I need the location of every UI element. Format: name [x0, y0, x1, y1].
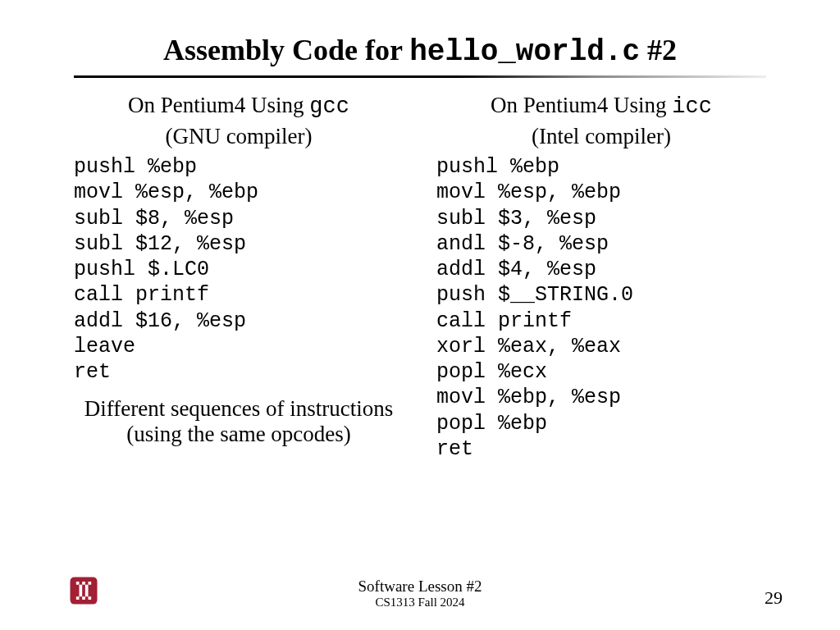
slide-title: Assembly Code for hello_world.c #2: [74, 33, 766, 69]
right-heading-prefix: On Pentium4 Using: [491, 93, 672, 117]
right-heading-compiler: icc: [672, 94, 712, 119]
right-code-block: pushl %ebp movl %esp, %ebp subl $3, %esp…: [436, 154, 766, 462]
left-code-block: pushl %ebp movl %esp, %ebp subl $8, %esp…: [74, 154, 404, 385]
footer-course: CS1313 Fall 2024: [358, 596, 482, 609]
left-heading: On Pentium4 Using gcc: [74, 93, 404, 119]
left-heading-prefix: On Pentium4 Using: [128, 93, 309, 117]
ou-logo-icon: [66, 573, 102, 609]
footer-lesson: Software Lesson #2: [358, 578, 482, 596]
title-filename: hello_world.c: [409, 35, 640, 69]
slide: Assembly Code for hello_world.c #2 On Pe…: [0, 0, 840, 462]
left-column: On Pentium4 Using gcc (GNU compiler) pus…: [74, 93, 404, 462]
left-paren: (GNU compiler): [74, 124, 404, 149]
footer: Software Lesson #2 CS1313 Fall 2024 29: [0, 573, 840, 609]
title-suffix: #2: [640, 34, 677, 66]
footer-center: Software Lesson #2 CS1313 Fall 2024: [358, 578, 482, 609]
right-heading: On Pentium4 Using icc: [436, 93, 766, 119]
left-note: Different sequences of instructions (usi…: [74, 396, 404, 447]
columns: On Pentium4 Using gcc (GNU compiler) pus…: [74, 93, 766, 462]
title-underline: [74, 75, 766, 78]
title-prefix: Assembly Code for: [163, 34, 409, 66]
page-number: 29: [765, 587, 783, 609]
right-paren: (Intel compiler): [436, 124, 766, 149]
right-column: On Pentium4 Using icc (Intel compiler) p…: [436, 93, 766, 462]
left-heading-compiler: gcc: [309, 94, 349, 119]
